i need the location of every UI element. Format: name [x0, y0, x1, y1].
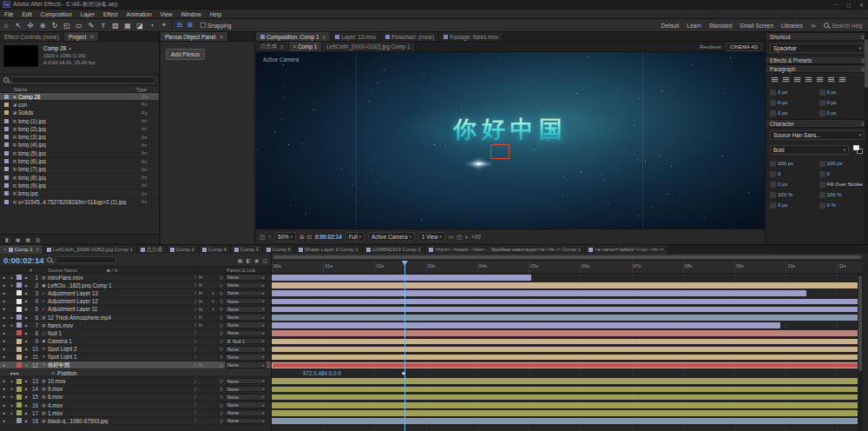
- parent-dropdown[interactable]: None▾: [225, 361, 266, 368]
- pickwhip-icon[interactable]: ◎: [218, 387, 225, 391]
- layer-duration-bar[interactable]: [272, 410, 863, 416]
- quality-switch-icon[interactable]: /: [192, 402, 199, 408]
- search-help[interactable]: Search Help: [824, 23, 863, 29]
- paragraph-field[interactable]: 0 px: [770, 109, 816, 117]
- justify-last-center-button[interactable]: [815, 76, 825, 83]
- layer-duration-bar[interactable]: [272, 299, 863, 305]
- timeline-search-input[interactable]: [56, 256, 116, 263]
- pickwhip-icon[interactable]: ◎: [218, 395, 225, 399]
- fx-switch[interactable]: fx: [199, 307, 209, 312]
- panel-menu-icon[interactable]: ≡: [36, 247, 40, 252]
- project-row[interactable]: ◪conFo: [0, 101, 159, 109]
- character-field[interactable]: 0: [770, 169, 816, 178]
- selection-tool-icon[interactable]: ↖: [12, 22, 24, 30]
- pan-behind-tool-icon[interactable]: ◱: [61, 22, 73, 30]
- character-field[interactable]: 0 %: [819, 201, 865, 209]
- pixel-aspect-icon[interactable]: ◫: [457, 234, 462, 241]
- layer-row[interactable]: ●◄▶1▤IntroFlare.mov/fx◎None▾: [0, 274, 271, 282]
- visibility-eye-icon[interactable]: ●: [0, 323, 8, 328]
- twirl-icon[interactable]: ▼: [23, 363, 30, 368]
- stopwatch-icon[interactable]: ⊙: [49, 370, 57, 375]
- timeline-comp-tab[interactable]: 总合成: [137, 245, 167, 254]
- fx-switch[interactable]: fx: [199, 322, 209, 328]
- twirl-icon[interactable]: ▶: [23, 275, 30, 280]
- viewer-timecode[interactable]: 0:00:02:14: [315, 234, 342, 240]
- twirl-icon[interactable]: ▶: [23, 315, 30, 320]
- keyframe-navigator[interactable]: ◀◆▶: [0, 371, 30, 375]
- twirl-icon[interactable]: ▶: [23, 411, 30, 415]
- layer-row[interactable]: ●▶3◐Adjustment Layer 13/fx◐◎None▾: [0, 289, 271, 297]
- layer-row[interactable]: ●▶5◐Adjustment Layer 11/fx◐◎None▾: [0, 306, 271, 314]
- tab-effect-controls[interactable]: Effect Controls (none): [0, 32, 64, 41]
- quality-switch-icon[interactable]: /: [192, 410, 199, 415]
- visibility-eye-icon[interactable]: ●: [0, 283, 8, 288]
- pickwhip-icon[interactable]: ◎: [218, 339, 225, 343]
- layer-duration-bar[interactable]: [272, 307, 863, 313]
- graph-editor-icon[interactable]: ◫: [262, 257, 267, 263]
- align-left-button[interactable]: [770, 76, 779, 83]
- viewer-tab[interactable]: Layer: 13.mov: [331, 32, 381, 41]
- layer-color-swatch[interactable]: [16, 355, 22, 360]
- layer-row[interactable]: ●▶10☀Spot Light 2/◎None▾: [0, 346, 271, 354]
- timeline-comp-tab[interactable]: Shape Layer 2 Comp 1: [295, 245, 363, 254]
- zoom-tool-icon[interactable]: ⊕: [36, 22, 49, 30]
- fx-switch[interactable]: fx: [199, 290, 209, 295]
- font-style-dropdown[interactable]: Bold ▾: [770, 145, 849, 155]
- layer-row[interactable]: ●◄▶2▣LeftClo...182].png Comp 1/fx◎None▾: [0, 282, 271, 289]
- grid-guides-icon[interactable]: ⊞: [299, 234, 304, 241]
- menu-animation[interactable]: Animation: [122, 11, 156, 17]
- quality-switch-icon[interactable]: /: [192, 379, 199, 384]
- menu-help[interactable]: Help: [206, 11, 226, 17]
- menu-effect[interactable]: Effect: [99, 11, 122, 17]
- viewer-tab[interactable]: Footage: flares.mov: [439, 32, 503, 41]
- quality-switch-icon[interactable]: /: [192, 387, 199, 392]
- viewer-tab[interactable]: Flowchart: (none): [381, 32, 439, 41]
- font-family-dropdown[interactable]: Source Han Sans... ▾: [770, 130, 865, 140]
- layer-color-swatch[interactable]: [16, 322, 22, 328]
- time-ruler[interactable]: 00s01s02s03s04s05s06s07s08s09s10s11s: [272, 261, 863, 274]
- parent-dropdown[interactable]: 8. Null 1▾: [225, 338, 266, 345]
- project-row[interactable]: ▤bmg (2).jpgIm: [0, 125, 159, 133]
- layer-color-swatch[interactable]: [16, 275, 22, 280]
- visibility-eye-icon[interactable]: ●: [0, 387, 8, 391]
- twirl-icon[interactable]: ▶: [23, 379, 30, 383]
- twirl-icon[interactable]: ▶: [23, 307, 30, 311]
- tab-project[interactable]: Project≡: [64, 32, 99, 41]
- layer-duration-bar[interactable]: [272, 290, 806, 296]
- quality-switch-icon[interactable]: /: [192, 290, 199, 295]
- audio-icon[interactable]: ◄: [8, 283, 15, 288]
- parent-dropdown[interactable]: None▾: [225, 274, 266, 281]
- quality-switch-icon[interactable]: /: [192, 339, 199, 344]
- audio-icon[interactable]: ◄: [8, 323, 15, 328]
- workspace-standard[interactable]: Standard: [709, 23, 732, 29]
- layer-duration-bar[interactable]: [272, 378, 863, 384]
- scrollbar-thumb[interactable]: [858, 275, 862, 371]
- pickwhip-icon[interactable]: ◎: [218, 403, 225, 408]
- layer-color-swatch[interactable]: [16, 290, 22, 295]
- property-row[interactable]: ◀◆▶⊙Position: [0, 369, 271, 377]
- layer-color-swatch[interactable]: [16, 339, 22, 344]
- project-row[interactable]: ▤bmg (6).jpgIm: [0, 157, 159, 165]
- visibility-eye-icon[interactable]: ●: [0, 315, 8, 320]
- layer-row[interactable]: ●◄▶13▤10.mov/◎None▾: [0, 377, 271, 385]
- grid-toggle-icon[interactable]: ⊞: [185, 22, 195, 29]
- column-name[interactable]: Name: [14, 87, 27, 92]
- layer-color-swatch[interactable]: [16, 307, 22, 312]
- quality-switch-icon[interactable]: /: [192, 362, 199, 368]
- twirl-icon[interactable]: ▶: [23, 347, 30, 351]
- pickwhip-icon[interactable]: ◎: [218, 291, 225, 295]
- visibility-eye-icon[interactable]: ●: [0, 331, 8, 335]
- project-row[interactable]: ▤bmg (7).jpgIm: [0, 166, 159, 174]
- visibility-eye-icon[interactable]: ●: [0, 411, 8, 415]
- project-row[interactable]: ◪SolidsFo: [0, 109, 159, 117]
- layer-row[interactable]: ●◄▶7▤flares.mov/fx◎None▾: [0, 322, 271, 329]
- close-icon[interactable]: ×: [3, 247, 7, 252]
- character-field[interactable]: 100 %: [770, 190, 816, 199]
- fx-switch[interactable]: fx: [199, 275, 209, 280]
- renderer-button[interactable]: CINEMA 4D: [726, 43, 762, 51]
- menu-view[interactable]: View: [156, 11, 177, 17]
- parent-dropdown[interactable]: None▾: [225, 386, 266, 393]
- timeline-comp-tab[interactable]: Comp 5: [263, 245, 295, 254]
- layer-duration-bar[interactable]: [272, 418, 863, 424]
- quality-switch-icon[interactable]: /: [192, 347, 199, 352]
